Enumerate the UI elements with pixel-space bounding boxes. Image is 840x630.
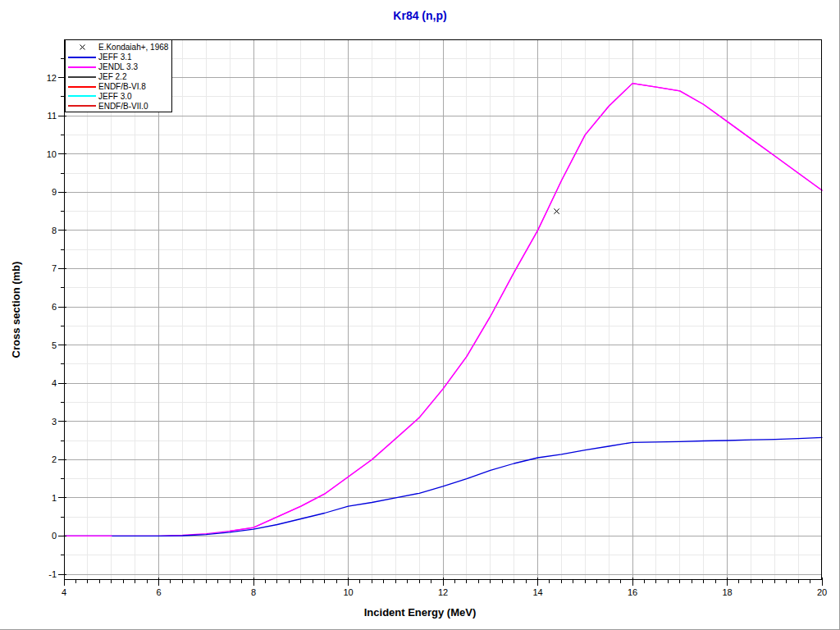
y-tick-label: 7 (52, 263, 57, 273)
legend-item-label: E.Kondaiah+, 1968 (98, 43, 168, 52)
y-tick-label: 6 (52, 302, 57, 312)
x-tick-label: 8 (251, 587, 256, 597)
legend-line-sample (66, 57, 98, 58)
y-tick-label: -1 (48, 569, 57, 579)
legend-item: JEFF 3.0 (66, 91, 171, 101)
y-tick-label: 4 (52, 378, 57, 388)
legend-item: ENDF/B-VI.8 (66, 82, 171, 92)
y-tick-label: 3 (52, 417, 57, 427)
x-tick-label: 10 (343, 587, 353, 597)
legend-item-label: ENDF/B-VI.8 (98, 82, 146, 91)
y-axis-title: Cross section (mb) (10, 187, 24, 433)
y-tick-label: 0 (52, 531, 57, 541)
y-tick-label: 9 (52, 187, 57, 197)
y-tick-label: 5 (52, 340, 57, 350)
legend-item: JEFF 3.1 (66, 52, 171, 62)
y-tick-label: 1 (52, 493, 57, 503)
y-tick-label: 8 (52, 226, 57, 235)
legend-item: JEF 2.2 (66, 72, 171, 82)
legend-item-label: ENDF/B-VII.0 (98, 102, 148, 111)
legend-item-label: JEFF 3.1 (98, 52, 132, 62)
legend-line-sample (66, 95, 98, 97)
y-tick-label: 11 (48, 111, 57, 121)
y-tick-label: 12 (47, 73, 57, 83)
legend-item-label: JEF 2.2 (98, 72, 126, 81)
legend-line-sample (66, 76, 98, 78)
y-tick-label: 10 (47, 149, 57, 159)
legend-line-sample (66, 66, 98, 68)
legend: E.Kondaiah+, 1968JEFF 3.1JENDL 3.3JEF 2.… (65, 39, 172, 112)
x-tick-label: 16 (628, 587, 637, 597)
legend-item: E.Kondaiah+, 1968 (66, 43, 171, 52)
page-title: Kr84 (n,p) (0, 9, 840, 22)
legend-line-sample (66, 105, 98, 107)
cross-section-plot-window: 468101214161820-10123456789101112 Kr84 (… (0, 0, 840, 630)
x-tick-label: 6 (156, 587, 161, 597)
x-axis-title: Incident Energy (MeV) (0, 606, 840, 619)
x-tick-label: 18 (722, 587, 732, 597)
x-tick-label: 12 (438, 587, 448, 597)
y-tick-label: 2 (52, 454, 57, 464)
x-tick-label: 20 (817, 587, 827, 597)
legend-item-label: JEFF 3.0 (98, 92, 132, 101)
legend-item: ENDF/B-VII.0 (66, 101, 171, 111)
x-tick-label: 4 (62, 587, 66, 597)
x-tick-label: 14 (532, 587, 542, 597)
legend-x-marker-icon (66, 43, 98, 51)
legend-item-label: JENDL 3.3 (98, 62, 138, 71)
legend-item: JENDL 3.3 (66, 62, 171, 72)
legend-line-sample (66, 86, 98, 88)
